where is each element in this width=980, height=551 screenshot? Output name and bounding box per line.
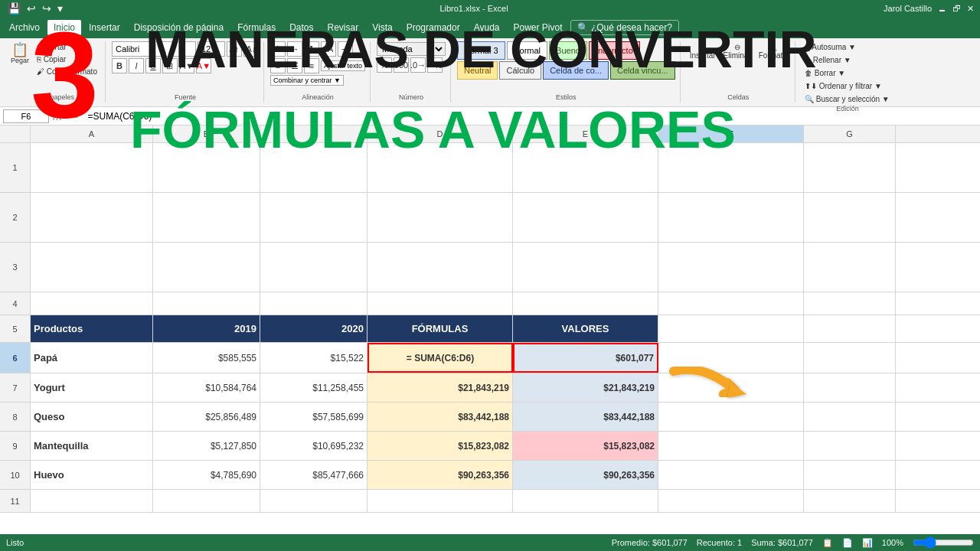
row-header-7[interactable]: 7 [0, 373, 31, 403]
row-header-8[interactable]: 8 [0, 403, 31, 432]
row-header-3[interactable]: 3 [0, 243, 31, 292]
cell-a6[interactable]: Papá [31, 343, 153, 373]
view-preview-icon[interactable]: 📊 [862, 538, 873, 548]
cell-a7[interactable]: Yogurt [31, 373, 153, 402]
cell-d11[interactable] [368, 490, 513, 512]
cell-a2[interactable] [31, 193, 153, 242]
cell-c10[interactable]: $85,477,666 [260, 461, 368, 489]
cell-b11[interactable] [153, 490, 260, 512]
cell-b10[interactable]: $4,785,690 [153, 461, 260, 489]
row-header-4[interactable]: 4 [0, 292, 31, 315]
cell-a4[interactable] [31, 292, 153, 315]
find-select-button[interactable]: 🔍 Buscar y selección ▼ [802, 93, 893, 105]
cell-d8[interactable]: $83,442,188 [368, 403, 513, 431]
status-ready: Listo [6, 538, 24, 547]
bold-button[interactable]: B [112, 58, 127, 73]
cell-f2[interactable] [658, 193, 804, 242]
cell-f10[interactable] [658, 461, 804, 489]
cell-c8[interactable]: $57,585,699 [260, 403, 368, 431]
row-header-5[interactable]: 5 [0, 315, 31, 343]
zoom-slider[interactable] [913, 536, 974, 549]
cell-e6[interactable]: $601,077 [513, 343, 658, 373]
restore-icon[interactable]: 🗗 [952, 4, 961, 13]
cell-g10[interactable] [804, 461, 896, 489]
cell-b2[interactable] [153, 193, 260, 242]
cell-b3[interactable] [153, 243, 260, 292]
row-header-10[interactable]: 10 [0, 461, 31, 490]
cell-f4[interactable] [658, 292, 804, 315]
cell-b9[interactable]: $5,127,850 [153, 432, 260, 460]
cell-g7[interactable] [804, 373, 896, 402]
cell-e11[interactable] [513, 490, 658, 512]
cell-b5[interactable]: 2019 [153, 315, 260, 342]
cell-d9[interactable]: $15,823,082 [368, 432, 513, 460]
cell-d3[interactable] [368, 243, 513, 292]
cell-a10[interactable]: Huevo [31, 461, 153, 489]
big-number-3: 3 [31, 14, 99, 136]
grid-row-8: Queso $25,856,489 $57,585,699 $83,442,18… [31, 403, 980, 432]
cell-a9[interactable]: Mantequilla [31, 432, 153, 460]
close-icon[interactable]: ✕ [967, 4, 974, 14]
cell-c5[interactable]: 2020 [260, 315, 368, 342]
cell-e4[interactable] [513, 292, 658, 315]
cell-e3[interactable] [513, 243, 658, 292]
sort-filter-button[interactable]: ⬆⬇ Ordenar y filtrar ▼ [802, 80, 885, 92]
cell-e2[interactable] [513, 193, 658, 242]
cell-g6[interactable] [804, 343, 896, 373]
paste-button[interactable]: 📋 Pegar [8, 41, 32, 77]
cell-f5[interactable] [658, 315, 804, 342]
save-icon[interactable]: 💾 [6, 1, 22, 16]
cell-g1[interactable] [804, 143, 896, 192]
cell-a5[interactable]: Productos [31, 315, 153, 342]
cell-e5[interactable]: VALORES [513, 315, 658, 342]
row-header-9[interactable]: 9 [0, 432, 31, 461]
view-normal-icon[interactable]: 📋 [822, 538, 833, 548]
cell-c3[interactable] [260, 243, 368, 292]
cell-f11[interactable] [658, 490, 804, 512]
grid-row-10: Huevo $4,785,690 $85,477,666 $90,263,356… [31, 461, 980, 490]
cell-g3[interactable] [804, 243, 896, 292]
cell-d7[interactable]: $21,843,219 [368, 373, 513, 402]
cell-c9[interactable]: $10,695,232 [260, 432, 368, 460]
row-header-1[interactable]: 1 [0, 143, 31, 193]
row-header-2[interactable]: 2 [0, 193, 31, 243]
row-header-11[interactable]: 11 [0, 490, 31, 513]
cell-g2[interactable] [804, 193, 896, 242]
cell-g9[interactable] [804, 432, 896, 460]
cell-c2[interactable] [260, 193, 368, 242]
spreadsheet-body: 1 2 3 4 5 6 7 8 9 10 11 [0, 143, 980, 513]
cell-e9[interactable]: $15,823,082 [513, 432, 658, 460]
cell-b8[interactable]: $25,856,489 [153, 403, 260, 431]
cell-e8[interactable]: $83,442,188 [513, 403, 658, 431]
cell-c7[interactable]: $11,258,455 [260, 373, 368, 402]
cell-a8[interactable]: Queso [31, 403, 153, 431]
view-layout-icon[interactable]: 📄 [842, 538, 853, 548]
italic-button[interactable]: I [129, 58, 144, 73]
cell-f9[interactable] [658, 432, 804, 460]
cell-d2[interactable] [368, 193, 513, 242]
cell-g4[interactable] [804, 292, 896, 315]
paste-icon: 📋 [11, 43, 28, 57]
cell-c4[interactable] [260, 292, 368, 315]
cell-b4[interactable] [153, 292, 260, 315]
cell-f3[interactable] [658, 243, 804, 292]
col-header-g[interactable]: G [804, 126, 896, 142]
cell-d4[interactable] [368, 292, 513, 315]
cell-a11[interactable] [31, 490, 153, 512]
cell-c6[interactable]: $15,522 [260, 343, 368, 373]
cell-d5[interactable]: FÓRMULAS [368, 315, 513, 342]
cell-d6[interactable]: = SUMA(C6:D6) [368, 343, 513, 373]
cell-c11[interactable] [260, 490, 368, 512]
cell-d10[interactable]: $90,263,356 [368, 461, 513, 489]
cell-g8[interactable] [804, 403, 896, 431]
window-title: Libro1.xlsx - Excel [64, 4, 884, 13]
cell-g11[interactable] [804, 490, 896, 512]
cell-e10[interactable]: $90,263,356 [513, 461, 658, 489]
cell-g5[interactable] [804, 315, 896, 342]
cell-b6[interactable]: $585,555 [153, 343, 260, 373]
row-header-6[interactable]: 6 [0, 343, 31, 373]
minimize-icon[interactable]: 🗕 [938, 4, 946, 13]
cell-b7[interactable]: $10,584,764 [153, 373, 260, 402]
cell-a3[interactable] [31, 243, 153, 292]
cell-e7[interactable]: $21,843,219 [513, 373, 658, 402]
